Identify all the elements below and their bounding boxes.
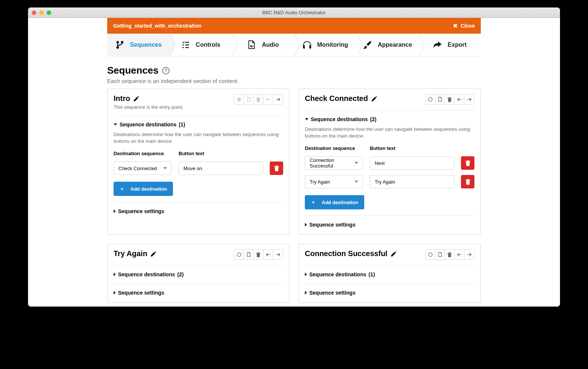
section-label: Sequence destinations xyxy=(309,271,366,277)
app-window: BBC R&D Audio Orchestrator Getting_start… xyxy=(28,7,560,307)
add-destination-button[interactable]: ＋ Add destination xyxy=(305,195,364,209)
delete-button[interactable] xyxy=(254,250,263,259)
move-left-button[interactable] xyxy=(263,95,273,104)
tab-controls[interactable]: Controls xyxy=(170,34,232,56)
duplicate-button[interactable] xyxy=(435,95,445,104)
card-subtitle: This sequence is the entry point. xyxy=(114,104,183,110)
caret-down-icon xyxy=(114,123,117,126)
dest-sequence-select[interactable]: Check Connected xyxy=(114,162,172,175)
section-label: Sequence settings xyxy=(309,222,356,228)
add-destination-button[interactable]: ＋ Add destination xyxy=(114,182,173,196)
dest-sequence-select[interactable]: Try Again xyxy=(305,175,363,188)
select-value: Connection Successful xyxy=(310,157,355,169)
card-action-bar xyxy=(234,94,283,105)
tab-label: Controls xyxy=(196,41,220,48)
move-right-button[interactable] xyxy=(273,250,283,259)
add-label: Add destination xyxy=(130,186,167,192)
close-project-button[interactable]: ✖ Close xyxy=(453,23,475,29)
settings-toggle[interactable]: Sequence settings xyxy=(305,222,474,228)
card-title: Intro xyxy=(114,94,130,103)
button-text-input[interactable] xyxy=(370,175,454,188)
chevron-down-icon xyxy=(163,167,167,169)
entry-point-button[interactable] xyxy=(234,95,244,104)
add-label: Add destination xyxy=(322,200,358,205)
svg-point-8 xyxy=(237,98,241,101)
edit-icon[interactable] xyxy=(133,95,140,102)
move-left-button[interactable] xyxy=(455,250,464,259)
window-title: BBC R&D Audio Orchestrator xyxy=(28,10,560,15)
window-close-icon[interactable] xyxy=(32,10,36,15)
file-audio-icon xyxy=(247,40,257,50)
tab-sequences[interactable]: Sequences xyxy=(107,34,170,56)
button-text-input[interactable] xyxy=(179,162,263,175)
settings-toggle[interactable]: Sequence settings xyxy=(114,290,283,296)
select-value: Try Again xyxy=(310,179,330,185)
destinations-toggle[interactable]: Sequence destinations (1) xyxy=(114,122,283,127)
window-minimize-icon[interactable] xyxy=(39,10,44,15)
move-right-button[interactable] xyxy=(464,95,474,104)
caret-right-icon xyxy=(305,273,307,276)
col-dest-sequence: Destination sequence xyxy=(305,145,363,151)
card-action-bar xyxy=(425,249,474,260)
delete-button[interactable] xyxy=(445,95,455,104)
destinations-toggle[interactable]: Sequence destinations (2) xyxy=(305,116,474,122)
delete-destination-button[interactable] xyxy=(461,175,474,188)
paint-brush-icon xyxy=(363,40,372,50)
delete-destination-button[interactable] xyxy=(461,156,474,170)
delete-button[interactable] xyxy=(445,250,455,259)
svg-point-1 xyxy=(117,47,118,48)
section-description: Destinations determine how the user can … xyxy=(114,131,283,145)
project-name: Getting_started_with_orchestration xyxy=(113,23,202,29)
move-right-button[interactable] xyxy=(464,250,474,259)
delete-button[interactable] xyxy=(254,95,263,104)
tab-label: Appearance xyxy=(378,41,412,48)
svg-rect-7 xyxy=(182,47,184,48)
destinations-toggle[interactable]: Sequence destinations (1) xyxy=(305,271,474,277)
move-left-button[interactable] xyxy=(455,95,464,104)
svg-point-11 xyxy=(428,253,432,256)
button-text-input[interactable] xyxy=(370,156,454,170)
duplicate-button[interactable] xyxy=(244,250,254,259)
move-right-button[interactable] xyxy=(273,95,283,104)
duplicate-button[interactable] xyxy=(435,250,445,259)
destinations-toggle[interactable]: Sequence destinations (2) xyxy=(114,271,283,277)
caret-right-icon xyxy=(114,291,116,295)
sequence-card-check-connected: Check Connected xyxy=(298,89,481,235)
settings-toggle[interactable]: Sequence settings xyxy=(305,290,474,296)
tab-appearance[interactable]: Appearance xyxy=(356,34,419,56)
entry-point-button[interactable] xyxy=(234,250,244,259)
card-title: Try Again xyxy=(114,249,147,258)
titlebar: BBC R&D Audio Orchestrator xyxy=(28,7,560,18)
edit-icon[interactable] xyxy=(390,250,397,257)
list-icon xyxy=(181,40,191,50)
settings-toggle[interactable]: Sequence settings xyxy=(114,208,283,214)
col-button-text: Button text xyxy=(370,145,396,151)
chevron-down-icon xyxy=(355,162,358,164)
sequence-card-intro: Intro This sequence is the entry point. xyxy=(107,89,290,235)
page-title: Sequences xyxy=(107,65,158,76)
svg-point-10 xyxy=(237,253,241,256)
edit-icon[interactable] xyxy=(150,250,157,257)
section-label: Sequence settings xyxy=(118,290,164,296)
caret-right-icon xyxy=(114,209,116,213)
entry-point-button[interactable] xyxy=(425,95,435,104)
svg-rect-4 xyxy=(185,44,189,46)
entry-point-button[interactable] xyxy=(425,250,435,259)
tab-export[interactable]: Export xyxy=(418,34,481,56)
destination-row: Connection Successful xyxy=(305,156,474,170)
edit-icon[interactable] xyxy=(371,95,378,102)
duplicate-button[interactable] xyxy=(244,95,254,104)
move-left-button[interactable] xyxy=(263,250,273,259)
tab-audio[interactable]: Audio xyxy=(232,34,294,56)
dest-sequence-select[interactable]: Connection Successful xyxy=(305,156,363,170)
caret-right-icon xyxy=(305,291,307,295)
svg-rect-6 xyxy=(182,44,184,46)
dest-count: (1) xyxy=(368,271,375,277)
window-maximize-icon[interactable] xyxy=(47,10,51,15)
branch-icon xyxy=(115,40,125,50)
share-icon xyxy=(433,40,442,50)
delete-destination-button[interactable] xyxy=(270,162,283,175)
svg-point-0 xyxy=(117,41,118,43)
help-icon[interactable]: ? xyxy=(162,67,170,74)
tab-monitoring[interactable]: Monitoring xyxy=(294,34,356,56)
